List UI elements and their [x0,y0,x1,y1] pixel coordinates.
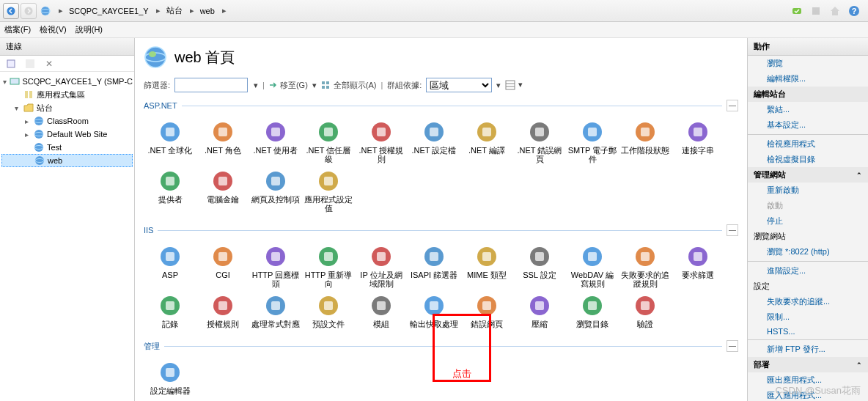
feature-item[interactable]: .NET 使用者 [249,117,302,166]
feature-item[interactable]: 失敗要求的追蹤規則 [619,242,672,291]
globe-icon [33,115,45,127]
feature-label: SMTP 電子郵件 [567,146,617,163]
feature-item[interactable]: 壓縮 [513,291,566,331]
action-limits[interactable]: 限制... [748,309,868,325]
action-restart[interactable]: 重新啟動 [748,183,868,198]
action-hsts[interactable]: HSTS... [748,325,868,338]
feature-item[interactable]: 電腦金鑰 [196,166,249,216]
menu-file[interactable]: 檔案(F) [4,24,31,35]
chevron-up-icon[interactable]: ⌃ [856,172,862,179]
feature-item[interactable]: .NET 信任層級 [302,117,355,166]
action-bindings[interactable]: 繫結... [748,102,868,117]
menu-help[interactable]: 說明(H) [76,24,103,35]
feature-item[interactable]: SSL 設定 [513,242,566,291]
feature-item[interactable]: .NET 授權規則 [355,117,408,166]
chevron-right-icon[interactable]: ▸ [152,3,163,19]
feature-item[interactable]: 授權規則 [196,291,249,331]
feature-item[interactable]: ISAPI 篩選器 [408,242,460,291]
feature-icon [317,245,340,268]
feature-label: 驗證 [637,320,653,328]
feature-item[interactable]: HTTP 回應標頭 [249,242,302,291]
tree-site-web[interactable]: web [1,154,133,167]
feature-item[interactable]: SMTP 電子郵件 [566,117,619,166]
svg-point-0 [7,7,15,15]
feature-icon [422,294,446,317]
feature-item[interactable]: 提供者 [144,166,196,216]
feature-item[interactable]: 工作階段狀態 [619,117,672,166]
feature-label: 電腦金鑰 [207,195,239,204]
view-mode-button[interactable]: ▾ [505,80,523,90]
feature-item[interactable]: 連接字串 [672,117,724,166]
feature-item[interactable]: .NET 全球化 [144,117,196,166]
feature-item[interactable]: HTTP 重新導向 [302,242,355,291]
feature-item[interactable]: MIME 類型 [460,242,513,291]
help-icon[interactable]: ? [846,3,862,19]
tree-sites[interactable]: ▾站台 [1,101,133,114]
tree-server-node[interactable]: ▾SCQPC_KAYCEE1_Y (SMP-C [1,75,133,88]
action-export-app[interactable]: 匯出應用程式... [748,372,868,388]
feature-item[interactable]: IP 位址及網域限制 [355,242,408,291]
feature-item[interactable]: 錯誤網頁 [460,291,513,331]
action-view-vdir[interactable]: 檢視虛擬目錄 [748,152,868,167]
collapse-icon[interactable]: — [727,100,738,111]
chevron-up-icon[interactable]: ⌃ [856,361,862,369]
action-import-app[interactable]: 匯入應用程式... [748,388,868,401]
crumb-server[interactable]: SCQPC_KAYCEE1_Y [67,3,150,19]
tree-site-ClassRoom[interactable]: ▸ClassRoom [1,114,133,128]
feature-label: 提供者 [158,195,183,204]
action-stop[interactable]: 停止 [748,213,868,229]
action-add-ftp[interactable]: 新增 FTP 發行... [748,342,868,357]
collapse-icon[interactable]: — [727,224,738,236]
action-basic-settings[interactable]: 基本設定... [748,117,868,133]
tree-site-Test[interactable]: Test [1,141,133,154]
showall-button[interactable]: 全部顯示(A) [321,80,377,91]
svg-rect-76 [535,252,544,261]
menu-view[interactable]: 檢視(V) [40,24,67,35]
chevron-right-icon[interactable]: ▸ [218,3,229,19]
feature-item[interactable]: .NET 錯誤網頁 [513,117,566,166]
svg-rect-78 [588,252,597,261]
feature-item[interactable]: 網頁及控制項 [249,166,302,216]
feature-item[interactable]: 處理常式對應 [249,291,302,331]
action-failed-req[interactable]: 失敗要求的追蹤... [748,294,868,309]
feature-item[interactable]: 記錄 [144,291,196,331]
feature-label: 設定編輯器 [150,386,191,395]
feature-item[interactable]: 瀏覽目錄 [566,291,619,331]
feature-item[interactable]: .NET 角色 [196,117,249,166]
tree-apppools[interactable]: 應用程式集區 [1,88,133,101]
feature-label: 授權規則 [207,320,239,328]
groupby-select[interactable]: 區域 [426,78,492,92]
action-explore[interactable]: 瀏覽 [748,56,868,71]
crumb-sites[interactable]: 站台 [165,3,184,19]
action-browse-http[interactable]: 瀏覽 *:8022 (http) [748,244,868,260]
feature-item[interactable]: CGI [196,242,249,291]
chevron-right-icon[interactable]: ▸ [54,3,66,19]
feature-item[interactable]: .NET 設定檔 [408,117,460,166]
collapse-icon[interactable]: — [727,340,738,352]
crumb-web[interactable]: web [199,3,216,19]
action-advanced[interactable]: 進階設定... [748,263,868,279]
tree-site-Default Web Site[interactable]: ▸Default Web Site [1,128,133,141]
action-view-apps[interactable]: 檢視應用程式 [748,136,868,152]
chevron-right-icon[interactable]: ▸ [185,3,197,19]
feature-icon [633,245,657,268]
feature-item[interactable]: WebDAV 編寫規則 [566,242,619,291]
feature-item[interactable]: 要求篩選 [672,242,724,291]
svg-point-1 [25,7,33,15]
feature-item[interactable]: 驗證 [619,291,672,331]
feature-label: 模組 [373,320,389,328]
connect-icon[interactable] [5,58,17,70]
feature-item[interactable]: 預設文件 [302,291,355,331]
feature-item[interactable]: 設定編輯器 [144,358,196,398]
go-button[interactable]: 移至(G) [269,80,308,91]
action-edit-permissions[interactable]: 編輯權限... [748,71,868,87]
feature-item[interactable]: 模組 [355,291,408,331]
nav-back-button[interactable] [3,3,19,19]
refresh-link-icon[interactable] [789,3,805,19]
svg-rect-88 [271,301,280,310]
feature-item[interactable]: .NET 編譯 [460,117,513,166]
feature-item[interactable]: 輸出快取處理 [408,291,460,331]
feature-item[interactable]: 應用程式設定值 [302,166,355,216]
filter-input[interactable] [174,78,248,92]
feature-item[interactable]: ASP [144,242,196,291]
